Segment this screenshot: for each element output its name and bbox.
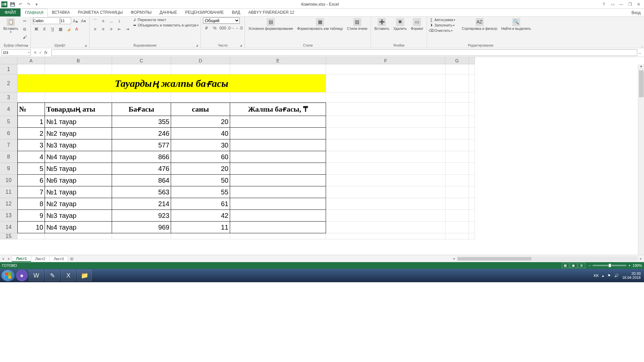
hscroll-left-arrow[interactable]: ◂: [451, 256, 457, 261]
data-cell[interactable]: 9: [17, 210, 45, 222]
volume-icon[interactable]: 🔊: [614, 274, 619, 278]
align-center-button[interactable]: ≡: [100, 25, 107, 33]
format-as-table-button[interactable]: ▦Форматировать как таблицу: [296, 17, 344, 32]
cell[interactable]: [469, 64, 475, 74]
zoom-level[interactable]: 190%: [633, 263, 642, 267]
row-header[interactable]: 3: [0, 93, 17, 103]
cell[interactable]: [326, 163, 445, 175]
sheet-nav-prev[interactable]: ▸: [6, 256, 12, 261]
row-header[interactable]: 10: [0, 175, 17, 186]
insert-function-button[interactable]: fx: [44, 50, 49, 55]
cell[interactable]: [445, 163, 469, 175]
column-header[interactable]: C: [112, 57, 171, 64]
minimize-button[interactable]: —: [618, 1, 625, 8]
cell[interactable]: [17, 233, 45, 239]
cell[interactable]: [445, 186, 469, 198]
cell[interactable]: [112, 233, 171, 239]
data-cell[interactable]: 864: [112, 175, 171, 186]
tab-file[interactable]: ФАЙЛ: [0, 8, 20, 16]
cell[interactable]: [469, 116, 475, 128]
increase-indent-button[interactable]: ⇥: [124, 25, 131, 33]
column-header[interactable]: D: [171, 57, 230, 64]
data-cell[interactable]: №1 тауар: [45, 186, 112, 198]
cell[interactable]: [469, 74, 475, 93]
wrap-text-button[interactable]: ↲Перенести текст: [132, 17, 199, 22]
cell[interactable]: [445, 222, 469, 233]
cell[interactable]: [326, 103, 445, 116]
undo-button[interactable]: ↶: [17, 1, 23, 7]
tab-data[interactable]: ДАННЫЕ: [156, 8, 181, 16]
cell[interactable]: [445, 151, 469, 163]
cell-styles-button[interactable]: ▨Стили ячеек: [346, 17, 369, 32]
merge-center-button[interactable]: ⬌Объединить и поместить в центре ▾: [132, 23, 199, 27]
restore-button[interactable]: ❐: [627, 1, 633, 8]
data-cell[interactable]: [230, 175, 326, 186]
cell[interactable]: [445, 175, 469, 186]
number-dialog-launcher[interactable]: ◢: [239, 44, 243, 47]
sheet-tab[interactable]: Лист1: [12, 255, 31, 262]
data-cell[interactable]: №4 тауар: [45, 222, 112, 233]
sheet-tab[interactable]: Лист2: [31, 256, 50, 261]
page-layout-view-button[interactable]: ▣: [570, 263, 577, 268]
fill-color-button[interactable]: ◢: [65, 25, 72, 33]
align-bottom-button[interactable]: ⎵: [108, 17, 115, 25]
horizontal-scrollbar[interactable]: [457, 256, 638, 261]
cell[interactable]: [469, 93, 475, 103]
font-size-input[interactable]: [60, 17, 71, 24]
taskbar-app-button[interactable]: ✎: [45, 270, 60, 281]
cell[interactable]: [469, 151, 475, 163]
ribbon-display-options[interactable]: ▭: [609, 1, 616, 8]
cell[interactable]: [469, 103, 475, 116]
align-top-button[interactable]: ⎴: [92, 17, 99, 25]
data-cell[interactable]: №3 тауар: [45, 139, 112, 151]
data-cell[interactable]: №6 тауар: [45, 175, 112, 186]
cell[interactable]: [445, 139, 469, 151]
horizontal-scroll-thumb[interactable]: [458, 257, 531, 260]
cell[interactable]: [445, 103, 469, 116]
data-cell[interactable]: 5: [17, 163, 45, 175]
column-header[interactable]: F: [326, 57, 445, 64]
tab-view[interactable]: ВИД: [228, 8, 244, 16]
tab-formulas[interactable]: ФОРМУЛЫ: [127, 8, 156, 16]
cell[interactable]: [469, 198, 475, 210]
language-indicator[interactable]: KK: [594, 274, 599, 278]
save-button[interactable]: 💾: [9, 1, 15, 7]
data-cell[interactable]: №3 тауар: [45, 210, 112, 222]
row-header[interactable]: 13: [0, 210, 17, 222]
cell[interactable]: [445, 128, 469, 139]
format-cells-button[interactable]: ▭Формат: [410, 17, 425, 32]
start-button[interactable]: [1, 270, 15, 281]
cell[interactable]: [230, 64, 326, 74]
normal-view-button[interactable]: ▦: [562, 263, 569, 268]
cell[interactable]: [326, 116, 445, 128]
delete-cells-button[interactable]: ✖Удалить: [392, 17, 408, 32]
row-header[interactable]: 7: [0, 139, 17, 151]
data-cell[interactable]: 866: [112, 151, 171, 163]
data-cell[interactable]: [230, 163, 326, 175]
column-header[interactable]: B: [45, 57, 112, 64]
column-header[interactable]: A: [17, 57, 45, 64]
action-center-icon[interactable]: ⚑: [607, 274, 611, 278]
vertical-scrollbar[interactable]: ▲: [638, 64, 644, 255]
cell[interactable]: [445, 74, 469, 93]
orientation-button[interactable]: ⤹: [116, 17, 123, 25]
column-header[interactable]: G: [445, 57, 469, 64]
cell[interactable]: [326, 128, 445, 139]
bold-button[interactable]: Ж: [33, 25, 40, 33]
taskbar-explorer-button[interactable]: 📁: [77, 270, 92, 281]
data-cell[interactable]: №2 тауар: [45, 198, 112, 210]
expand-formula-bar-button[interactable]: ⌄: [637, 50, 643, 55]
cell[interactable]: [469, 233, 475, 239]
collapse-ribbon-button[interactable]: ˆ: [641, 46, 643, 50]
conditional-formatting-button[interactable]: ▤Условное форматирование: [247, 17, 294, 32]
cell[interactable]: [45, 64, 112, 74]
row-header[interactable]: 8: [0, 151, 17, 163]
data-cell[interactable]: 50: [171, 175, 230, 186]
column-header[interactable]: E: [230, 57, 326, 64]
data-cell[interactable]: 577: [112, 139, 171, 151]
data-cell[interactable]: 355: [112, 116, 171, 128]
data-cell[interactable]: [230, 151, 326, 163]
data-cell[interactable]: №2 тауар: [45, 128, 112, 139]
data-cell[interactable]: 3: [17, 139, 45, 151]
decrease-indent-button[interactable]: ⇤: [116, 25, 123, 33]
